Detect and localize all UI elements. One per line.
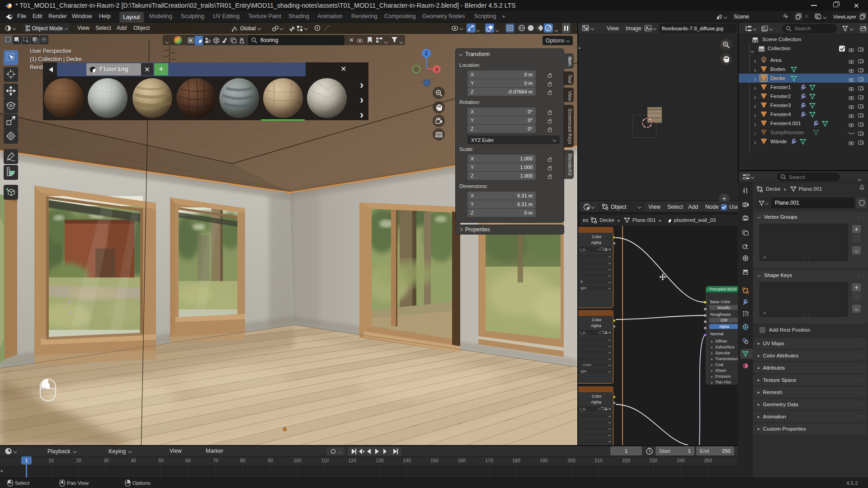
svg-text:Z: Z (425, 51, 428, 56)
svg-text:X: X (435, 67, 438, 72)
